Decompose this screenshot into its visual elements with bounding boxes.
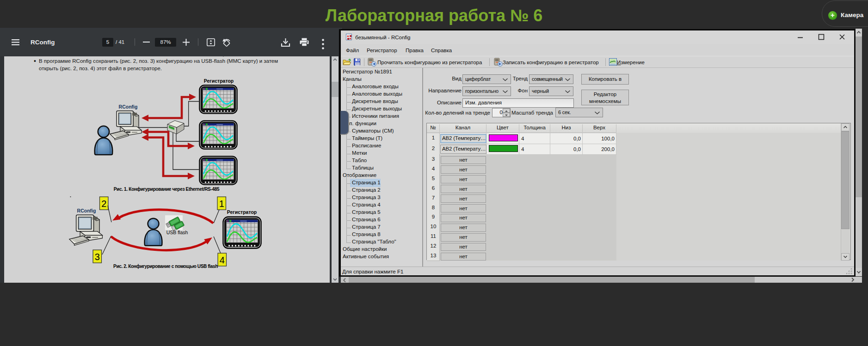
- svg-text:RConfig: RConfig: [77, 208, 96, 213]
- svg-text:USB flash: USB flash: [166, 230, 188, 235]
- svg-text:RConfig: RConfig: [119, 104, 138, 109]
- svg-text:Рис. 2. Конфигурирование с пом: Рис. 2. Конфигурирование с помощью USB f…: [113, 264, 218, 269]
- svg-text:1: 1: [219, 199, 224, 209]
- svg-text:Рис. 1. Конфигурирование через: Рис. 1. Конфигурирование через Ethernet/…: [114, 187, 220, 192]
- svg-text:Регистратор: Регистратор: [227, 209, 257, 215]
- svg-text:4: 4: [220, 255, 225, 265]
- svg-text:Регистратор: Регистратор: [204, 78, 234, 84]
- svg-text:3: 3: [95, 252, 100, 262]
- svg-text:2: 2: [101, 199, 106, 209]
